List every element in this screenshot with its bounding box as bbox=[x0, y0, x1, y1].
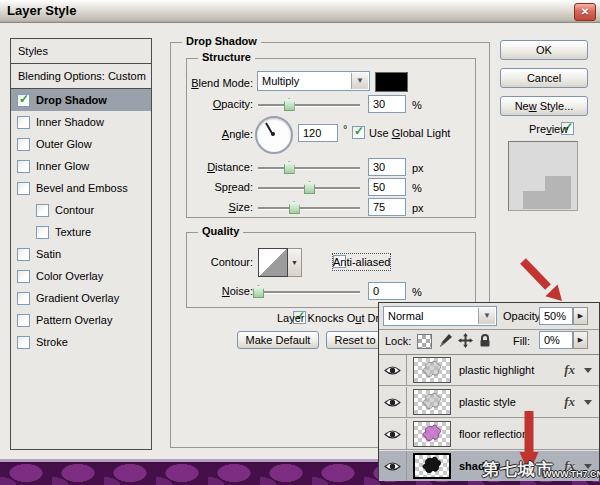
layer-thumbnail[interactable] bbox=[413, 421, 451, 447]
opacity-input[interactable]: 30 bbox=[368, 95, 406, 113]
size-unit: px bbox=[412, 200, 424, 216]
angle-input[interactable]: 120 bbox=[298, 124, 338, 142]
noise-label: Noise: bbox=[160, 283, 253, 299]
pattern-overlay-checkbox[interactable]: ✓ bbox=[17, 314, 30, 327]
drop-shadow-checkbox[interactable]: ✓ bbox=[17, 94, 30, 107]
inner-shadow-checkbox[interactable]: ✓ bbox=[17, 116, 30, 129]
make-default-button[interactable]: Make Default bbox=[237, 331, 319, 349]
screen: Layer Style ✕ Styles Blending Options: C… bbox=[0, 0, 600, 485]
layer-row-floor-reflection[interactable]: floor reflection fx bbox=[379, 419, 599, 450]
new-style-button[interactable]: New Style... bbox=[500, 96, 588, 116]
chevron-down-icon[interactable]: ▼ bbox=[351, 73, 368, 89]
noise-input[interactable]: 0 bbox=[368, 282, 406, 300]
preview-label: Preview bbox=[529, 121, 568, 137]
contour-dropdown-icon[interactable]: ▼ bbox=[288, 248, 302, 277]
spread-unit: % bbox=[412, 180, 422, 196]
angle-dial[interactable] bbox=[255, 116, 293, 154]
color-overlay-checkbox[interactable]: ✓ bbox=[17, 270, 30, 283]
inner-glow-checkbox[interactable]: ✓ bbox=[17, 160, 30, 173]
shadow-color-swatch[interactable] bbox=[375, 72, 408, 92]
contour-picker[interactable] bbox=[258, 248, 288, 277]
close-icon[interactable]: ✕ bbox=[574, 3, 596, 21]
preview-shape-tall bbox=[545, 176, 571, 209]
visibility-eye-icon[interactable] bbox=[379, 355, 407, 385]
quality-group-title: Quality bbox=[198, 225, 243, 237]
sidebar-item-inner-glow[interactable]: ✓ Inner Glow bbox=[11, 155, 151, 177]
sidebar-item-bevel-and-emboss[interactable]: ✓ Bevel and Emboss bbox=[11, 177, 151, 199]
visibility-eye-icon[interactable] bbox=[379, 387, 407, 417]
layer-thumbnail[interactable] bbox=[413, 357, 451, 383]
lock-all-padlock-icon[interactable] bbox=[478, 333, 492, 348]
preview-shape-step bbox=[523, 191, 545, 209]
sidebar-item-outer-glow[interactable]: ✓ Outer Glow bbox=[11, 133, 151, 155]
layer-blend-mode-select[interactable]: Normal ▼ bbox=[383, 306, 497, 326]
visibility-eye-icon[interactable] bbox=[379, 419, 407, 449]
distance-label: Distance: bbox=[160, 159, 253, 175]
texture-checkbox[interactable]: ✓ bbox=[36, 226, 49, 239]
fx-expand-icon[interactable] bbox=[584, 368, 592, 373]
angle-label: Angle: bbox=[160, 126, 253, 142]
structure-group-title: Structure bbox=[198, 51, 255, 63]
layers-panel-header: Normal ▼ Opacity: 50% ▶ bbox=[379, 303, 599, 330]
lock-label: Lock: bbox=[385, 333, 411, 349]
fill-label: Fill: bbox=[513, 333, 530, 349]
fx-badge[interactable]: fx bbox=[564, 387, 575, 417]
layer-opacity-label: Opacity: bbox=[503, 308, 543, 324]
use-global-light-label: Use Global Light bbox=[369, 125, 450, 141]
contour-checkbox[interactable]: ✓ bbox=[36, 204, 49, 217]
preview-thumbnail bbox=[508, 141, 578, 211]
outer-glow-checkbox[interactable]: ✓ bbox=[17, 138, 30, 151]
sidebar-item-stroke[interactable]: ✓ Stroke bbox=[11, 331, 151, 353]
bevel-checkbox[interactable]: ✓ bbox=[17, 182, 30, 195]
ok-button[interactable]: OK bbox=[500, 40, 588, 60]
layer-thumbnail[interactable] bbox=[413, 389, 451, 415]
stroke-checkbox[interactable]: ✓ bbox=[17, 336, 30, 349]
sidebar-item-blending-options[interactable]: Blending Options: Custom bbox=[11, 64, 151, 89]
layer-opacity-input[interactable]: 50% bbox=[539, 307, 573, 325]
size-input[interactable]: 75 bbox=[368, 198, 406, 216]
spread-label: Spread: bbox=[160, 179, 253, 195]
blend-mode-select[interactable]: Multiply ▼ bbox=[257, 71, 370, 91]
sidebar-item-inner-shadow[interactable]: ✓ Inner Shadow bbox=[11, 111, 151, 133]
noise-slider[interactable] bbox=[258, 291, 360, 293]
use-global-light-checkbox[interactable]: ✓ bbox=[352, 126, 365, 139]
lock-transparency-icon[interactable] bbox=[417, 334, 432, 349]
sidebar-item-drop-shadow[interactable]: ✓ Drop Shadow bbox=[11, 89, 151, 111]
sidebar-item-pattern-overlay[interactable]: ✓ Pattern Overlay bbox=[11, 309, 151, 331]
cancel-button[interactable]: Cancel bbox=[500, 68, 588, 88]
fill-arrow-icon[interactable]: ▶ bbox=[573, 331, 588, 349]
contour-label: Contour: bbox=[160, 254, 253, 270]
sidebar-item-contour[interactable]: ✓ Contour bbox=[11, 199, 151, 221]
title-bar[interactable]: Layer Style ✕ bbox=[0, 0, 600, 23]
watermark-url: WWW.TH7.CN bbox=[543, 469, 600, 479]
distance-input[interactable]: 30 bbox=[368, 158, 406, 176]
lock-image-brush-icon[interactable] bbox=[438, 333, 453, 348]
lock-position-move-icon[interactable] bbox=[458, 333, 473, 348]
opacity-slider[interactable] bbox=[258, 104, 360, 106]
styles-panel: Styles Blending Options: Custom ✓ Drop S… bbox=[10, 38, 152, 450]
layer-thumbnail[interactable] bbox=[413, 453, 451, 479]
opacity-unit: % bbox=[412, 97, 422, 113]
sidebar-item-satin[interactable]: ✓ Satin bbox=[11, 243, 151, 265]
gradient-overlay-checkbox[interactable]: ✓ bbox=[17, 292, 30, 305]
fx-badge[interactable]: fx bbox=[564, 355, 575, 385]
layer-opacity-arrow-icon[interactable]: ▶ bbox=[573, 307, 588, 325]
visibility-eye-icon[interactable] bbox=[379, 451, 407, 481]
layer-row-plastic-style[interactable]: plastic style fx bbox=[379, 387, 599, 418]
size-slider[interactable] bbox=[258, 207, 360, 209]
sidebar-item-texture[interactable]: ✓ Texture bbox=[11, 221, 151, 243]
satin-checkbox[interactable]: ✓ bbox=[17, 248, 30, 261]
sidebar-item-color-overlay[interactable]: ✓ Color Overlay bbox=[11, 265, 151, 287]
chevron-down-icon[interactable]: ▼ bbox=[478, 308, 495, 324]
layer-row-plastic-highlight[interactable]: plastic highlight fx bbox=[379, 355, 599, 386]
size-label: Size: bbox=[160, 199, 253, 215]
layers-panel: Normal ▼ Opacity: 50% ▶ Lock: Fill: 0% ▶ bbox=[378, 302, 600, 481]
spread-input[interactable]: 50 bbox=[368, 178, 406, 196]
distance-slider[interactable] bbox=[258, 167, 360, 169]
noise-unit: % bbox=[412, 284, 422, 300]
fill-input[interactable]: 0% bbox=[539, 331, 573, 349]
spread-slider[interactable] bbox=[258, 187, 360, 189]
fx-expand-icon[interactable] bbox=[584, 400, 592, 405]
sidebar-item-gradient-overlay[interactable]: ✓ Gradient Overlay bbox=[11, 287, 151, 309]
styles-header: Styles bbox=[11, 39, 151, 64]
